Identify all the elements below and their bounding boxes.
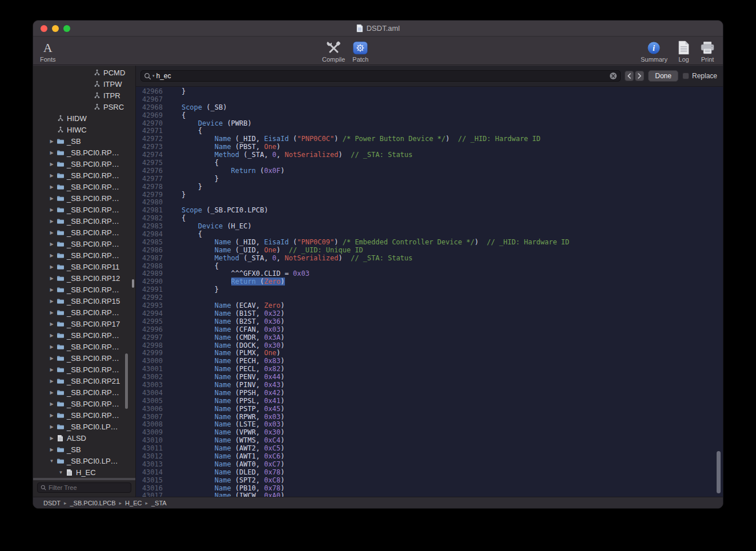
tree-item-sb-pci0-rp15[interactable]: ▶_SB.PCI0.RP15 — [33, 295, 135, 307]
search-icon[interactable] — [144, 73, 151, 80]
disclosure-triangle[interactable]: ▶ — [48, 219, 55, 224]
tree-item-sb-pci0-rp[interactable]: ▶_SB.PCI0.RP… — [33, 204, 135, 215]
disclosure-triangle[interactable]: ▶ — [48, 424, 55, 429]
tree-item-sb-pci0-rp[interactable]: ▶_SB.PCI0.RP… — [33, 307, 135, 318]
minimize-button[interactable] — [52, 25, 59, 32]
print-button[interactable]: Print — [700, 39, 715, 63]
tree-item-label: _SB.PCI0.RP… — [67, 411, 119, 420]
summary-button[interactable]: i Summary — [641, 39, 667, 63]
tree-item-sb-pci0-rp12[interactable]: ▶_SB.PCI0.RP12 — [33, 272, 135, 284]
tree-item-psrc[interactable]: PSRC — [33, 101, 135, 112]
breadcrumb-item[interactable]: _STA — [151, 500, 167, 506]
disclosure-triangle[interactable]: ▶ — [48, 150, 55, 155]
disclosure-triangle[interactable]: ▶ — [48, 139, 55, 144]
disclosure-triangle[interactable]: ▶ — [48, 413, 55, 418]
disclosure-triangle[interactable]: ▶ — [48, 379, 55, 384]
disclosure-triangle[interactable]: ▶ — [48, 356, 55, 361]
log-button[interactable]: Log — [678, 39, 690, 63]
code-line: 42986 Name (_UID, One) // _UID: Unique I… — [136, 247, 723, 255]
tree-item-sb-pci0-lp[interactable]: ▼_SB.PCI0.LP… — [33, 455, 135, 466]
zoom-button[interactable] — [63, 25, 70, 32]
tree-item-sta[interactable]: _STA — [33, 478, 135, 480]
disclosure-triangle[interactable]: ▶ — [48, 344, 55, 349]
filter-tree-input[interactable] — [49, 484, 128, 491]
tree-item-sb-pci0-rp[interactable]: ▶_SB.PCI0.RP… — [33, 147, 135, 158]
tree-item-hidw[interactable]: HIDW — [33, 112, 135, 124]
breadcrumb-item[interactable]: _SB.PCI0.LPCB — [70, 500, 115, 506]
disclosure-triangle[interactable]: ▶ — [48, 436, 55, 441]
splitter-handle[interactable] — [132, 279, 134, 288]
disclosure-triangle[interactable]: ▶ — [48, 447, 55, 452]
summary-label: Summary — [641, 56, 667, 63]
breadcrumb-item[interactable]: H_EC — [125, 500, 142, 506]
compile-button[interactable]: Compile — [322, 39, 345, 63]
disclosure-triangle[interactable]: ▶ — [48, 333, 55, 338]
tree-item-sb-pci0-rp[interactable]: ▶_SB.PCI0.RP… — [33, 341, 135, 352]
editor-scrollbar[interactable] — [717, 451, 721, 493]
disclosure-triangle[interactable]: ▶ — [48, 287, 55, 292]
find-previous-button[interactable] — [625, 71, 634, 81]
find-next-button[interactable] — [635, 71, 644, 81]
tree-item-itpr[interactable]: ITPR — [33, 90, 135, 101]
folder-icon — [55, 218, 65, 224]
tree-item-sb-pci0-rp[interactable]: ▶_SB.PCI0.RP… — [33, 192, 135, 204]
disclosure-triangle[interactable]: ▶ — [48, 299, 55, 304]
tree-item-sb-pci0-rp[interactable]: ▶_SB.PCI0.RP… — [33, 158, 135, 170]
tree-item-sb-pci0-rp[interactable]: ▶_SB.PCI0.RP… — [33, 250, 135, 261]
tree-item-sb-pci0-rp[interactable]: ▶_SB.PCI0.RP… — [33, 364, 135, 375]
code-editor[interactable]: 42966 }4296742968 Scope (_SB)42969 {4297… — [136, 87, 723, 497]
tree-item-sb[interactable]: ▶_SB — [33, 444, 135, 455]
disclosure-triangle[interactable]: ▶ — [48, 173, 55, 178]
search-field[interactable]: ▾ — [140, 70, 621, 82]
replace-checkbox[interactable] — [682, 73, 689, 79]
tree-item-h-ec[interactable]: ▼H_EC — [33, 466, 135, 478]
tree-item-sb-pci0-rp[interactable]: ▶_SB.PCI0.RP… — [33, 352, 135, 364]
tree-item-sb-pci0-rp11[interactable]: ▶_SB.PCI0.RP11 — [33, 261, 135, 272]
tree-item-sb-pci0-rp[interactable]: ▶_SB.PCI0.RP… — [33, 227, 135, 238]
disclosure-triangle[interactable]: ▶ — [48, 230, 55, 235]
disclosure-triangle[interactable]: ▶ — [48, 276, 55, 281]
disclosure-triangle[interactable]: ▶ — [48, 253, 55, 258]
disclosure-triangle[interactable]: ▼ — [57, 470, 65, 475]
disclosure-triangle[interactable]: ▶ — [48, 310, 55, 315]
search-input[interactable] — [156, 72, 608, 80]
fonts-button[interactable]: A Fonts — [40, 39, 56, 63]
done-button[interactable]: Done — [648, 70, 678, 82]
tree-item-itpw[interactable]: ITPW — [33, 78, 135, 90]
disclosure-triangle[interactable]: ▼ — [48, 459, 55, 464]
disclosure-triangle[interactable]: ▶ — [48, 242, 55, 247]
tree-item-pcmd[interactable]: PCMD — [33, 67, 135, 78]
breadcrumb-item[interactable]: DSDT — [43, 500, 61, 506]
tree-item-sb-pci0-rp[interactable]: ▶_SB.PCI0.RP… — [33, 387, 135, 398]
disclosure-triangle[interactable]: ▶ — [48, 184, 55, 190]
svg-text:i: i — [653, 44, 656, 53]
tree-item-sb-pci0-rp[interactable]: ▶_SB.PCI0.RP… — [33, 284, 135, 295]
patch-button[interactable]: Patch — [352, 39, 368, 63]
disclosure-triangle[interactable]: ▶ — [48, 207, 55, 212]
tree-item-sb[interactable]: ▶_SB — [33, 135, 135, 147]
disclosure-triangle[interactable]: ▶ — [48, 196, 55, 201]
tree-item-sb-pci0-rp21[interactable]: ▶_SB.PCI0.RP21 — [33, 375, 135, 387]
tree-item-sb-pci0-rp[interactable]: ▶_SB.PCI0.RP… — [33, 170, 135, 181]
disclosure-triangle[interactable]: ▶ — [48, 367, 55, 372]
code-line: 42992 — [136, 294, 723, 302]
tree-item-sb-pci0-rp[interactable]: ▶_SB.PCI0.RP… — [33, 398, 135, 409]
sidebar-scrollbar[interactable] — [125, 353, 128, 409]
disclosure-triangle[interactable]: ▶ — [48, 401, 55, 407]
tree-item-sb-pci0-rp[interactable]: ▶_SB.PCI0.RP… — [33, 238, 135, 250]
disclosure-triangle[interactable]: ▶ — [48, 264, 55, 270]
disclosure-triangle[interactable]: ▶ — [48, 162, 55, 167]
tree-item-sb-pci0-rp[interactable]: ▶_SB.PCI0.RP… — [33, 181, 135, 192]
tree-item-hiwc[interactable]: HIWC — [33, 124, 135, 135]
clear-search-button[interactable] — [609, 72, 617, 80]
close-button[interactable] — [41, 25, 47, 32]
disclosure-triangle[interactable]: ▶ — [48, 321, 55, 327]
tree-item-sb-pci0-rp[interactable]: ▶_SB.PCI0.RP… — [33, 329, 135, 341]
tree-item-sb-pci0-rp17[interactable]: ▶_SB.PCI0.RP17 — [33, 318, 135, 329]
disclosure-triangle[interactable]: ▶ — [48, 390, 55, 395]
tree-item-alsd[interactable]: ▶ALSD — [33, 432, 135, 444]
filter-tree-field[interactable] — [37, 482, 131, 493]
tree-item-sb-pci0-rp[interactable]: ▶_SB.PCI0.RP… — [33, 215, 135, 227]
tree-item-sb-pci0-lp[interactable]: ▶_SB.PCI0.LP… — [33, 421, 135, 432]
tree-item-sb-pci0-rp[interactable]: ▶_SB.PCI0.RP… — [33, 409, 135, 421]
